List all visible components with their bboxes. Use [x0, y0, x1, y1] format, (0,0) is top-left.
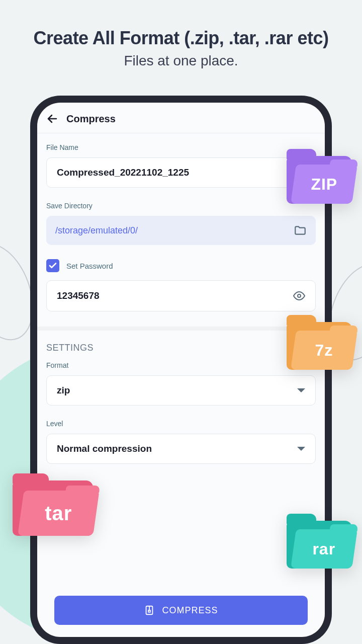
zip-folder-badge: ZIP [287, 156, 352, 204]
form-content: File Name Save Directory /storage/emulat… [37, 133, 325, 488]
save-directory-label: Save Directory [46, 202, 316, 210]
chevron-down-icon [297, 447, 305, 451]
format-select[interactable]: zip [46, 375, 316, 406]
rar-badge-label: rar [313, 540, 336, 558]
svg-rect-4 [149, 610, 151, 612]
file-name-input[interactable] [46, 157, 316, 188]
sevenz-badge-label: 7z [315, 341, 333, 360]
page-headline: Create All Format (.zip, .tar, .rar etc)… [0, 0, 362, 69]
app-title: Compress [66, 113, 116, 125]
set-password-checkbox[interactable] [46, 259, 59, 272]
check-icon [48, 261, 57, 270]
headline-title: Create All Format (.zip, .tar, .rar etc) [0, 28, 362, 49]
rar-folder-badge: rar [287, 521, 352, 569]
sevenz-folder-badge: 7z [287, 322, 352, 370]
app-header: Compress [37, 103, 325, 133]
zip-badge-label: ZIP [311, 175, 337, 194]
password-input[interactable] [57, 290, 293, 301]
save-directory-row[interactable]: /storage/emulated/0/ [46, 216, 316, 245]
password-input-row [46, 280, 316, 311]
format-label: Format [46, 361, 316, 369]
level-label: Level [46, 420, 316, 428]
compress-button-label: COMPRESS [162, 605, 218, 616]
format-value: zip [57, 385, 297, 396]
set-password-row: Set Password [46, 259, 316, 272]
save-directory-path: /storage/emulated/0/ [55, 225, 294, 236]
svg-point-1 [298, 294, 301, 297]
set-password-label: Set Password [66, 262, 113, 270]
tar-folder-badge: tar [13, 480, 93, 536]
tar-badge-label: tar [45, 502, 72, 525]
chevron-down-icon [297, 388, 305, 392]
level-select[interactable]: Normal compression [46, 434, 316, 464]
compress-button[interactable]: COMPRESS [54, 596, 308, 625]
section-divider [37, 327, 325, 331]
level-value: Normal compression [57, 443, 297, 454]
file-name-label: File Name [46, 143, 316, 151]
headline-subtitle: Files at one place. [0, 53, 362, 69]
folder-icon [294, 224, 307, 237]
arrow-left-icon [46, 113, 58, 125]
eye-icon[interactable] [293, 290, 305, 302]
back-button[interactable] [46, 113, 58, 125]
phone-screen: Compress File Name Save Directory /stora… [37, 103, 325, 637]
settings-section-title: SETTINGS [46, 343, 316, 353]
zip-icon [144, 605, 155, 616]
